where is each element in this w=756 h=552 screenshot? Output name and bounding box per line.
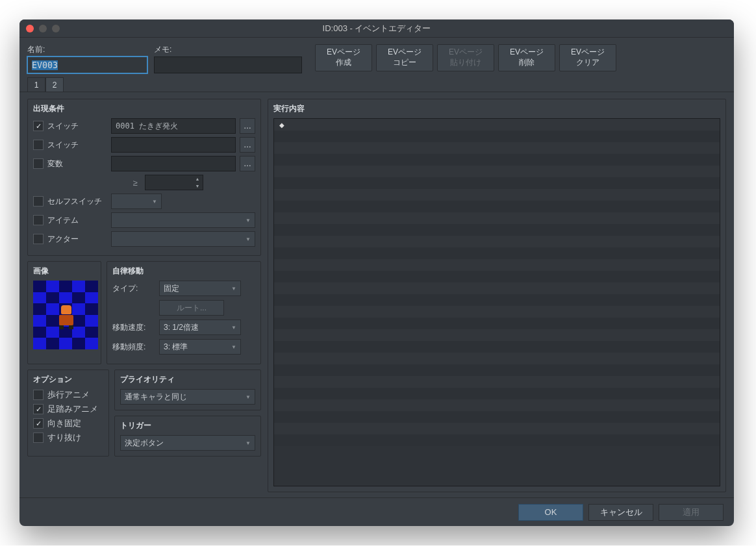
switch1-value[interactable]: 0001 たきぎ発火	[111, 118, 236, 134]
exec-row[interactable]	[274, 318, 720, 329]
exec-row[interactable]	[274, 212, 720, 224]
exec-row[interactable]	[274, 142, 720, 154]
speed-label: 移動速度:	[112, 322, 155, 333]
ok-button[interactable]: OK	[518, 504, 583, 521]
exec-list[interactable]: ◆	[273, 118, 720, 486]
speed-dropdown[interactable]: 3: 1/2倍速▼	[159, 320, 241, 335]
type-label: タイプ:	[112, 283, 155, 294]
chevron-down-icon: ▼	[152, 199, 157, 205]
walk-anim-checkbox[interactable]	[33, 390, 44, 400]
exec-row[interactable]	[274, 177, 720, 189]
page-delete-button[interactable]: EVページ 削除	[498, 44, 555, 71]
exec-row[interactable]	[274, 353, 720, 364]
through-checkbox[interactable]	[33, 433, 44, 443]
exec-row[interactable]	[274, 189, 720, 201]
switch2-label: スイッチ	[47, 140, 107, 151]
conditions-group: 出現条件 ✓ スイッチ 0001 たきぎ発火 … スイッチ … 変数	[27, 99, 261, 256]
variable-label: 変数	[47, 158, 107, 169]
exec-row[interactable]	[274, 282, 720, 294]
exec-row[interactable]	[274, 271, 720, 282]
chevron-down-icon: ▼	[231, 344, 236, 350]
chevron-down-icon: ▼	[246, 394, 251, 400]
tab-1[interactable]: 1	[27, 77, 45, 92]
through-label: すり抜け	[47, 432, 81, 444]
exec-row[interactable]	[274, 236, 720, 247]
page-paste-button: EVページ 貼り付け	[437, 44, 494, 71]
exec-row[interactable]	[274, 259, 720, 271]
exec-title: 実行内容	[273, 103, 720, 114]
item-dropdown[interactable]: ▼	[111, 212, 255, 228]
automove-title: 自律移動	[112, 266, 255, 277]
image-preview[interactable]	[33, 281, 98, 349]
dir-fix-checkbox[interactable]: ✓	[33, 418, 44, 429]
exec-row[interactable]	[274, 131, 720, 142]
actor-dropdown[interactable]: ▼	[111, 231, 255, 247]
exec-row[interactable]	[274, 329, 720, 341]
page-copy-button[interactable]: EVページ コピー	[376, 44, 433, 71]
automove-group: 自律移動 タイプ: 固定▼ ルート... 移動速度: 3: 1/2倍速▼ 移動頻…	[107, 261, 261, 364]
tab-2[interactable]: 2	[45, 77, 64, 92]
spinner-down-icon[interactable]: ▼	[192, 182, 203, 190]
name-input[interactable]	[27, 56, 147, 73]
selfswitch-checkbox[interactable]	[33, 196, 44, 207]
trigger-dropdown[interactable]: 決定ボタン▼	[120, 435, 255, 451]
exec-row[interactable]	[274, 166, 720, 177]
exec-row[interactable]	[274, 423, 720, 434]
priority-title: プライオリティ	[120, 374, 255, 385]
type-dropdown[interactable]: 固定▼	[159, 281, 241, 296]
trigger-title: トリガー	[120, 420, 255, 431]
conditions-title: 出現条件	[33, 103, 255, 114]
item-checkbox[interactable]	[33, 215, 44, 225]
exec-row[interactable]: ◆	[274, 119, 720, 131]
chevron-down-icon: ▼	[246, 236, 251, 242]
switch1-label: スイッチ	[47, 121, 107, 132]
exec-row[interactable]	[274, 224, 720, 236]
exec-row[interactable]	[274, 411, 720, 423]
freq-label: 移動頻度:	[112, 342, 155, 353]
trigger-group: トリガー 決定ボタン▼	[114, 416, 261, 457]
spinner-up-icon[interactable]: ▲	[192, 175, 203, 182]
chevron-down-icon: ▼	[246, 218, 251, 223]
page-create-button[interactable]: EVページ 作成	[315, 44, 372, 71]
variable-number-spinner[interactable]: ▲▼	[145, 175, 203, 190]
exec-row[interactable]	[274, 306, 720, 318]
memo-input[interactable]	[154, 56, 302, 73]
minimize-icon[interactable]	[39, 25, 47, 32]
step-anim-label: 足踏みアニメ	[47, 403, 98, 415]
exec-row[interactable]	[274, 388, 720, 399]
step-anim-checkbox[interactable]: ✓	[33, 404, 44, 414]
priority-group: プライオリティ 通常キャラと同じ▼	[114, 370, 261, 410]
walk-anim-label: 歩行アニメ	[47, 389, 90, 401]
actor-checkbox[interactable]	[33, 234, 44, 244]
exec-group: 実行内容 ◆	[268, 99, 726, 492]
exec-row[interactable]	[274, 376, 720, 388]
image-group: 画像	[27, 261, 101, 364]
exec-row[interactable]	[274, 364, 720, 376]
switch2-checkbox[interactable]	[33, 140, 44, 150]
switch1-checkbox[interactable]: ✓	[33, 121, 44, 131]
image-title: 画像	[33, 266, 95, 277]
maximize-icon[interactable]	[52, 25, 60, 32]
priority-dropdown[interactable]: 通常キャラと同じ▼	[120, 389, 255, 405]
exec-row[interactable]	[274, 399, 720, 411]
freq-dropdown[interactable]: 3: 標準▼	[159, 339, 241, 355]
exec-row[interactable]	[274, 294, 720, 306]
selfswitch-dropdown[interactable]: ▼	[111, 194, 162, 209]
exec-row[interactable]	[274, 247, 720, 259]
switch2-browse-button[interactable]: …	[240, 137, 255, 153]
switch2-value	[111, 137, 236, 153]
switch1-browse-button[interactable]: …	[240, 118, 255, 134]
chevron-down-icon: ▼	[246, 440, 251, 446]
cancel-button[interactable]: キャンセル	[588, 504, 653, 521]
sprite-icon	[57, 305, 76, 330]
exec-row[interactable]	[274, 434, 720, 446]
name-label: 名前:	[27, 44, 147, 55]
exec-row[interactable]	[274, 154, 720, 166]
variable-checkbox[interactable]	[33, 158, 44, 169]
page-clear-button[interactable]: EVページ クリア	[559, 44, 616, 71]
variable-browse-button[interactable]: …	[240, 156, 255, 171]
selfswitch-label: セルフスイッチ	[47, 196, 107, 207]
close-icon[interactable]	[26, 25, 34, 32]
exec-row[interactable]	[274, 201, 720, 212]
exec-row[interactable]	[274, 341, 720, 353]
